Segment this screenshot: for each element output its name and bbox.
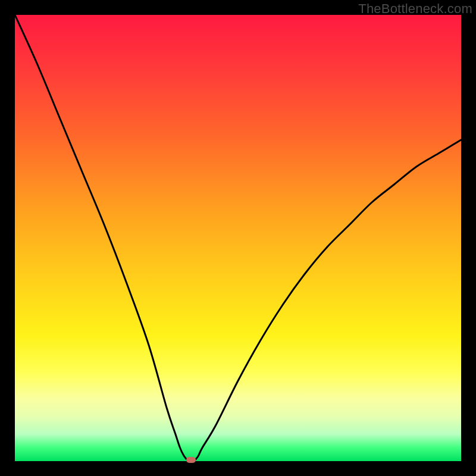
optimal-marker xyxy=(186,457,196,463)
chart-frame: TheBottleneck.com xyxy=(0,0,476,476)
bottleneck-curve xyxy=(15,15,461,461)
watermark-text: TheBottleneck.com xyxy=(358,1,472,17)
plot-area xyxy=(15,15,461,461)
